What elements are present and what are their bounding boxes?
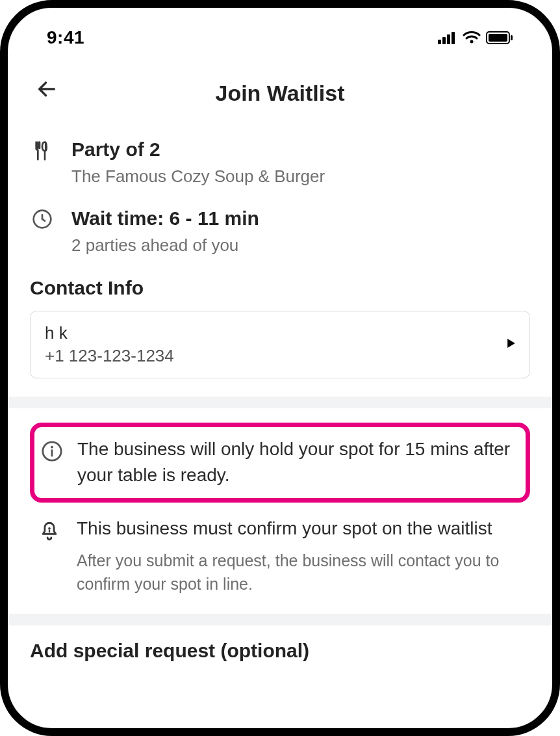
svg-rect-0	[438, 40, 441, 44]
wait-row: Wait time: 6 - 11 min 2 parties ahead of…	[30, 207, 530, 257]
content: Party of 2 The Famous Cozy Soup & Burger…	[8, 125, 552, 662]
arrow-left-icon	[36, 78, 58, 103]
svg-rect-11	[51, 449, 53, 456]
page-title: Join Waitlist	[216, 81, 345, 106]
confirm-notice: This business must confirm your spot on …	[30, 516, 530, 596]
svg-rect-6	[489, 34, 507, 42]
info-icon	[41, 440, 63, 465]
section-divider	[8, 397, 552, 408]
contact-card[interactable]: h k +1 123-123-1234	[30, 311, 530, 378]
svg-point-4	[470, 40, 474, 44]
svg-rect-1	[442, 37, 446, 44]
wait-queue: 2 parties ahead of you	[71, 233, 530, 257]
section-divider	[8, 614, 552, 625]
party-row: Party of 2 The Famous Cozy Soup & Burger	[30, 138, 530, 188]
bell-icon	[38, 519, 60, 545]
confirm-notice-title: This business must confirm your spot on …	[77, 516, 524, 542]
contact-heading: Contact Info	[30, 277, 530, 299]
svg-rect-7	[511, 35, 513, 40]
contact-name: h k	[45, 323, 174, 343]
chevron-right-icon	[507, 337, 515, 351]
wait-time: Wait time: 6 - 11 min	[71, 207, 530, 230]
utensils-icon	[32, 140, 53, 164]
restaurant-name: The Famous Cozy Soup & Burger	[71, 164, 530, 188]
hold-notice-text: The business will only hold your spot fo…	[77, 436, 516, 489]
svg-point-12	[48, 527, 51, 530]
header: Join Waitlist	[8, 55, 552, 125]
device-frame: 9:41	[0, 0, 560, 736]
svg-rect-3	[452, 32, 455, 44]
status-time: 9:41	[47, 27, 84, 48]
status-icons	[438, 31, 513, 44]
svg-point-10	[51, 445, 53, 448]
status-bar: 9:41	[8, 8, 552, 55]
svg-rect-2	[447, 34, 450, 44]
hold-notice-highlight: The business will only hold your spot fo…	[30, 423, 530, 503]
signal-icon	[438, 31, 457, 44]
clock-icon	[32, 209, 53, 232]
party-size: Party of 2	[71, 138, 530, 161]
contact-phone: +1 123-123-1234	[45, 346, 174, 366]
back-button[interactable]	[34, 77, 60, 103]
wifi-icon	[463, 31, 481, 44]
svg-rect-13	[49, 530, 50, 532]
confirm-notice-sub: After you submit a request, the business…	[77, 549, 524, 596]
battery-icon	[486, 31, 513, 44]
special-request-heading: Add special request (optional)	[30, 640, 530, 662]
